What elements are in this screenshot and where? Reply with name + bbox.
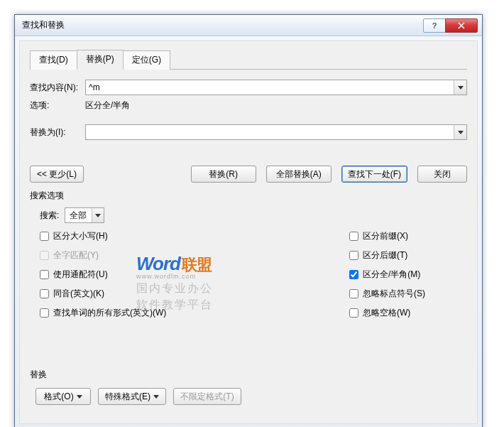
tab-bar: 查找(D) 替换(P) 定位(G) [30, 50, 467, 70]
window-title: 查找和替换 [22, 19, 423, 31]
suffix-checkbox[interactable]: 区分后缀(T) [349, 249, 467, 261]
search-dropdown-button[interactable] [92, 208, 104, 222]
find-replace-dialog: 查找和替换 ? 查找(D) 替换(P) 定位(G) 查找内容(N): ^m [14, 14, 483, 427]
close-window-button[interactable] [445, 18, 478, 33]
full-half-checkbox[interactable]: 区分全/半角(M) [349, 269, 467, 281]
replace-dropdown-button[interactable] [454, 125, 466, 139]
options-value: 区分全/半角 [85, 99, 130, 112]
prefix-checkbox[interactable]: 区分前缀(X) [349, 230, 467, 242]
whole-word-checkbox: 全字匹配(Y) [40, 249, 339, 261]
chevron-down-icon [95, 214, 101, 217]
find-label: 查找内容(N): [30, 82, 85, 94]
tab-goto[interactable]: 定位(G) [123, 50, 170, 70]
bottom-group-label: 替换 [30, 369, 467, 381]
options-label: 选项: [30, 99, 85, 112]
close-icon [458, 22, 465, 29]
find-next-button[interactable]: 查找下一处(F) [341, 166, 407, 183]
titlebar[interactable]: 查找和替换 ? [15, 15, 482, 36]
special-button[interactable]: 特殊格式(E) [98, 388, 166, 405]
replace-button[interactable]: 替换(R) [191, 166, 256, 183]
ignore-space-checkbox[interactable]: 忽略空格(W) [349, 307, 467, 319]
search-options-label: 搜索选项 [30, 190, 467, 202]
wildcards-checkbox[interactable]: 使用通配符(U) [40, 269, 339, 281]
chevron-down-icon [458, 86, 464, 90]
system-buttons: ? [423, 18, 478, 33]
tab-find[interactable]: 查找(D) [30, 50, 77, 70]
help-button[interactable]: ? [423, 18, 446, 33]
no-format-button: 不限定格式(T) [173, 388, 241, 405]
find-value: ^m [89, 82, 100, 92]
match-case-checkbox[interactable]: 区分大小写(H) [40, 230, 339, 242]
ignore-punct-checkbox[interactable]: 忽略标点符号(S) [349, 288, 467, 300]
replace-all-button[interactable]: 全部替换(A) [266, 166, 332, 183]
search-direction-select[interactable]: 全部 [65, 207, 104, 223]
tab-replace[interactable]: 替换(P) [77, 50, 124, 70]
replace-input[interactable] [85, 124, 467, 140]
search-direction-label: 搜索: [40, 210, 59, 222]
chevron-down-icon [458, 131, 464, 134]
chevron-down-icon [153, 395, 159, 399]
format-button[interactable]: 格式(O) [35, 388, 91, 405]
replace-label: 替换为(I): [30, 126, 85, 139]
find-dropdown-button[interactable] [454, 80, 466, 94]
chevron-down-icon [77, 395, 82, 399]
all-forms-checkbox[interactable]: 查找单词的所有形式(英文)(W) [40, 307, 339, 319]
find-input[interactable]: ^m [85, 80, 467, 95]
less-button[interactable]: << 更少(L) [30, 166, 84, 183]
sounds-like-checkbox[interactable]: 同音(英文)(K) [40, 288, 339, 300]
close-button[interactable]: 关闭 [417, 166, 467, 183]
